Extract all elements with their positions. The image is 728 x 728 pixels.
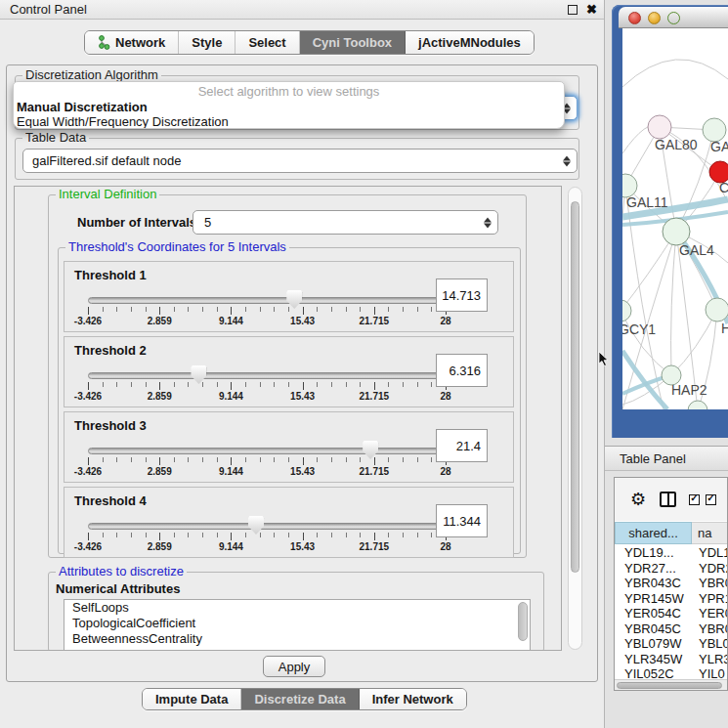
spinner-stepper-icon bbox=[484, 217, 492, 228]
threshold-row-4: Threshold 4-3.4262.8599.14415.4321.71528… bbox=[64, 487, 514, 558]
list-scrollbar[interactable] bbox=[518, 602, 528, 641]
mouse-cursor-icon bbox=[598, 352, 610, 367]
network-node-gcy1[interactable] bbox=[622, 300, 631, 321]
cell-shared-name[interactable]: YBR043C bbox=[615, 576, 692, 591]
network-node-unlabeled[interactable] bbox=[688, 401, 707, 409]
table-row[interactable]: YDR27...YDR2 bbox=[615, 561, 728, 577]
table-toolbar: ⚙ bbox=[615, 478, 727, 521]
table-row[interactable]: YER054CYER0 bbox=[615, 606, 728, 621]
threshold-label: Threshold 1 bbox=[74, 268, 147, 282]
settings-vertical-scrollbar[interactable] bbox=[568, 187, 582, 650]
cell-shared-name[interactable]: YER054C bbox=[615, 606, 692, 621]
cell-name[interactable]: YDR2 bbox=[692, 561, 728, 577]
tick-label: 21.715 bbox=[360, 541, 390, 552]
slider-track[interactable] bbox=[88, 448, 446, 454]
control-panel-titlebar: Control Panel ✖ bbox=[0, 0, 604, 20]
bottom-tab-impute-data[interactable]: Impute Data bbox=[143, 689, 241, 709]
minimize-traffic-light-icon[interactable] bbox=[648, 12, 661, 24]
slider-ticks bbox=[88, 307, 446, 317]
threshold-value-field[interactable]: 14.713 bbox=[436, 278, 488, 312]
float-window-icon[interactable] bbox=[568, 5, 578, 15]
tab-cyni-toolbox[interactable]: Cyni Toolbox bbox=[300, 31, 406, 54]
bottom-tab-discretize-data[interactable]: Discretize Data bbox=[241, 689, 359, 709]
attributes-group-label: Attributes to discretize bbox=[56, 565, 187, 578]
bottom-tab-bar: Impute DataDiscretize DataInfer Network bbox=[142, 688, 467, 710]
zoom-traffic-light-icon[interactable] bbox=[667, 12, 680, 24]
dropdown-hint: Select algorithm to view settings bbox=[14, 83, 564, 100]
network-node-gal80[interactable] bbox=[648, 115, 671, 139]
window-title: Control Panel bbox=[10, 0, 87, 20]
cell-shared-name[interactable]: YPR145W bbox=[615, 591, 692, 607]
tick-label: 21.715 bbox=[360, 391, 390, 402]
tick-label: 2.859 bbox=[148, 541, 172, 552]
column-view-icon[interactable] bbox=[660, 492, 676, 507]
scrollbar-thumb[interactable] bbox=[617, 682, 722, 689]
threshold-row-1: Threshold 1-3.4262.8599.14415.4321.71528… bbox=[64, 261, 514, 332]
cell-shared-name[interactable]: YBR045C bbox=[615, 621, 692, 637]
cell-name[interactable]: YDL1 bbox=[692, 545, 728, 561]
slider-track[interactable] bbox=[88, 297, 446, 304]
tick-label: 9.144 bbox=[219, 391, 243, 402]
cell-shared-name[interactable]: YDR27... bbox=[615, 561, 692, 577]
apply-button[interactable]: Apply bbox=[263, 656, 325, 677]
gear-icon[interactable]: ⚙ bbox=[630, 491, 646, 508]
threshold-value-field[interactable]: 21.4 bbox=[436, 429, 488, 462]
threshold-value-field[interactable]: 11.344 bbox=[436, 504, 488, 537]
num-intervals-spinner[interactable]: 5 bbox=[193, 210, 498, 235]
cell-name[interactable]: YBR0 bbox=[692, 621, 728, 637]
numerical-attributes-list[interactable]: SelfLoopsTopologicalCoefficientBetweenne… bbox=[64, 599, 531, 651]
close-traffic-light-icon[interactable] bbox=[628, 12, 641, 24]
tab-network[interactable]: Network bbox=[85, 31, 179, 54]
checkbox-icon[interactable] bbox=[689, 494, 700, 505]
slider-track[interactable] bbox=[88, 523, 446, 530]
screen: Control Panel ✖ NetworkStyleSelectCyni T… bbox=[0, 0, 728, 728]
threshold-label: Threshold 4 bbox=[74, 493, 147, 508]
tick-label: -3.426 bbox=[74, 466, 102, 477]
tab-select[interactable]: Select bbox=[236, 31, 299, 54]
close-icon[interactable]: ✖ bbox=[586, 1, 597, 19]
cell-name[interactable]: YLR3 bbox=[692, 652, 728, 667]
table-row[interactable]: YBR043CYBR0 bbox=[615, 576, 728, 591]
table-horizontal-scrollbar[interactable] bbox=[615, 679, 727, 691]
cell-name[interactable]: YER0 bbox=[692, 606, 728, 621]
node-label: GAL4 bbox=[679, 242, 714, 258]
cell-name[interactable]: YBL0 bbox=[692, 636, 728, 652]
network-graph: GAL80GALCGAL11GAL4GCY1HHAP2 bbox=[622, 28, 728, 409]
tab-label: Style bbox=[192, 35, 222, 50]
scrollbar-thumb[interactable] bbox=[571, 201, 579, 573]
tick-label: 9.144 bbox=[219, 466, 243, 477]
threshold-value-field[interactable]: 6.316 bbox=[436, 354, 488, 387]
table-row[interactable]: YBL079WYBL0 bbox=[615, 636, 728, 652]
list-item[interactable]: SelfLoops bbox=[64, 600, 530, 616]
tab-style[interactable]: Style bbox=[179, 31, 236, 54]
list-item[interactable]: BetweennessCentrality bbox=[64, 631, 530, 647]
cell-shared-name[interactable]: YBL079W bbox=[615, 636, 692, 652]
slider-ticks bbox=[88, 382, 446, 392]
tick-label: 21.715 bbox=[360, 316, 390, 326]
cell-name[interactable]: YBR0 bbox=[692, 576, 728, 591]
network-node-gal4[interactable] bbox=[663, 218, 690, 245]
dropdown-option-manual[interactable]: Manual Discretization bbox=[14, 100, 564, 114]
cell-name[interactable]: YPR1 bbox=[692, 591, 728, 607]
algorithm-dropdown-popup: Select algorithm to view settings Manual… bbox=[13, 81, 565, 129]
table-row[interactable]: YBR045CYBR0 bbox=[615, 621, 728, 637]
cell-shared-name[interactable]: YDL19... bbox=[615, 545, 692, 561]
table-row[interactable]: YLR345WYLR3 bbox=[615, 652, 728, 667]
tick-label: -3.426 bbox=[74, 391, 102, 402]
column-header-name[interactable]: na bbox=[692, 522, 728, 544]
network-canvas[interactable]: GAL80GALCGAL11GAL4GCY1HHAP2 bbox=[622, 28, 728, 409]
bottom-tab-infer-network[interactable]: Infer Network bbox=[360, 689, 466, 709]
cell-shared-name[interactable]: YLR345W bbox=[615, 652, 692, 667]
table-row[interactable]: YPR145WYPR1 bbox=[615, 591, 728, 607]
dropdown-option-equal-width[interactable]: Equal Width/Frequency Discretization bbox=[14, 114, 564, 129]
table-panel-title: Table Panel bbox=[620, 447, 686, 471]
checkbox-icon[interactable] bbox=[706, 494, 716, 505]
column-header-shared-name[interactable]: shared... bbox=[615, 522, 692, 544]
network-node-h[interactable] bbox=[706, 298, 728, 321]
table-row[interactable]: YDL19...YDL1 bbox=[615, 545, 728, 561]
tab-jactivemnodules[interactable]: jActiveMNodules bbox=[406, 31, 534, 54]
list-item[interactable]: TopologicalCoefficient bbox=[64, 616, 530, 631]
slider-track[interactable] bbox=[88, 372, 446, 379]
table-data-combobox[interactable]: galFiltered.sif default node bbox=[22, 149, 578, 173]
combo-stepper-icon bbox=[563, 155, 571, 166]
